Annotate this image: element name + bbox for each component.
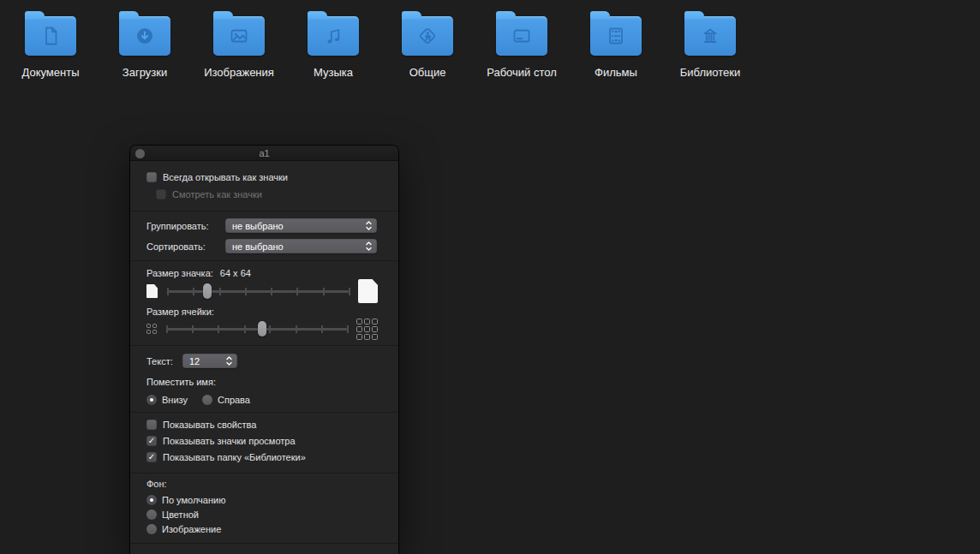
close-button[interactable] bbox=[135, 149, 145, 158]
folder-downloads[interactable]: Загрузки bbox=[98, 9, 192, 79]
text-size-value: 12 bbox=[189, 356, 200, 366]
folder-icon bbox=[25, 16, 76, 56]
browse-as-icons-checkbox bbox=[156, 189, 166, 200]
library-bank-icon bbox=[698, 24, 722, 48]
group-by-row: Группировать: не выбрано bbox=[146, 218, 383, 233]
sort-by-label: Сортировать: bbox=[146, 241, 225, 252]
icon-size-slider[interactable] bbox=[167, 283, 349, 300]
folder-shared[interactable]: Общие bbox=[380, 9, 475, 79]
music-note-icon bbox=[321, 24, 345, 48]
background-default-radio[interactable] bbox=[146, 495, 157, 505]
folder-desktop[interactable]: Рабочий стол bbox=[475, 9, 569, 79]
sort-by-value: не выбрано bbox=[232, 241, 284, 252]
folder-icon bbox=[402, 16, 453, 56]
background-color-row: Цветной bbox=[146, 509, 383, 520]
group-by-popup[interactable]: не выбрано bbox=[225, 218, 377, 233]
label-position-caption: Поместить имя: bbox=[146, 377, 383, 387]
label-position-bottom-label: Внизу bbox=[162, 395, 188, 405]
icon-size-value: 64 x 64 bbox=[220, 268, 251, 278]
bottom-section bbox=[130, 543, 398, 554]
folder-label: Фильмы bbox=[595, 66, 637, 79]
background-color-label: Цветной bbox=[162, 509, 199, 520]
always-open-as-icons-label: Всегда открывать как значки bbox=[163, 172, 288, 182]
label-position-right-label: Справа bbox=[218, 395, 250, 405]
grid-spacing-label: Размер ячейки: bbox=[146, 307, 214, 317]
show-library-folder-checkbox[interactable] bbox=[146, 452, 157, 462]
background-image-label: Изображение bbox=[162, 524, 221, 534]
document-icon bbox=[39, 24, 63, 48]
show-library-folder-label: Показывать папку «Библиотеки» bbox=[163, 452, 306, 462]
popup-stepper-icon bbox=[365, 220, 373, 231]
browse-as-icons-label: Смотреть как значки bbox=[172, 189, 262, 200]
show-icon-preview-row: Показывать значки просмотра bbox=[146, 436, 383, 446]
folder-icon bbox=[496, 16, 547, 56]
folder-libraries[interactable]: Библиотеки bbox=[663, 9, 757, 79]
group-by-label: Группировать: bbox=[146, 221, 225, 231]
show-item-info-row: Показывать свойства bbox=[146, 420, 383, 430]
popup-stepper-icon bbox=[225, 355, 233, 366]
film-strip-icon bbox=[604, 24, 628, 48]
folder-icon bbox=[119, 16, 170, 56]
panel-body: Всегда открывать как значки Смотреть как… bbox=[130, 162, 398, 554]
label-position-label: Поместить имя: bbox=[146, 377, 216, 387]
show-item-info-checkbox[interactable] bbox=[146, 420, 157, 430]
text-size-popup[interactable]: 12 bbox=[182, 354, 237, 368]
show-icon-preview-checkbox[interactable] bbox=[146, 436, 157, 446]
sort-by-row: Сортировать: не выбрано bbox=[146, 239, 383, 253]
text-size-row: Текст: 12 bbox=[146, 354, 383, 368]
grid-spacing-caption: Размер ячейки: bbox=[146, 307, 378, 317]
background-image-row: Изображение bbox=[146, 524, 383, 534]
popup-stepper-icon bbox=[365, 241, 373, 252]
grid-spacing-slider[interactable] bbox=[166, 320, 347, 337]
grid-spacing-slider-row bbox=[146, 320, 378, 337]
folder-icon bbox=[684, 16, 736, 56]
label-position-bottom-radio[interactable] bbox=[146, 395, 157, 405]
background-default-label: По умолчанию bbox=[162, 495, 225, 505]
always-open-as-icons-checkbox[interactable] bbox=[146, 172, 157, 182]
folder-music[interactable]: Музыка bbox=[286, 9, 380, 79]
grid-spacing-slider-thumb[interactable] bbox=[258, 321, 266, 337]
background-default-row: По умолчанию bbox=[146, 495, 383, 505]
folder-pictures[interactable]: Изображения bbox=[192, 9, 286, 79]
small-document-icon bbox=[146, 284, 158, 298]
small-grid-icon bbox=[146, 324, 157, 334]
large-grid-icon bbox=[356, 319, 378, 340]
background-caption: Фон: bbox=[146, 479, 383, 489]
folder-label: Библиотеки bbox=[680, 66, 740, 79]
shared-walker-icon bbox=[415, 24, 439, 48]
sort-by-popup[interactable]: не выбрано bbox=[225, 239, 377, 253]
folder-label: Загрузки bbox=[122, 66, 167, 79]
folder-icon bbox=[308, 16, 359, 56]
show-item-info-label: Показывать свойства bbox=[163, 420, 256, 430]
titlebar[interactable]: a1 bbox=[130, 146, 398, 161]
folder-label: Изображения bbox=[204, 66, 274, 79]
folder-label: Документы bbox=[21, 66, 79, 79]
background-color-radio[interactable] bbox=[146, 509, 157, 520]
label-position-options: Внизу Справа bbox=[146, 395, 383, 405]
always-open-as-icons-row: Всегда открывать как значки bbox=[146, 172, 383, 182]
browse-as-icons-row: Смотреть как значки bbox=[156, 189, 383, 200]
show-library-folder-row: Показывать папку «Библиотеки» bbox=[146, 452, 383, 462]
large-document-icon bbox=[358, 279, 378, 303]
background-image-radio[interactable] bbox=[146, 524, 157, 534]
desktop-window-icon bbox=[510, 24, 534, 48]
folder-icon bbox=[213, 16, 265, 56]
window-title: a1 bbox=[259, 148, 269, 158]
text-size-label: Текст: bbox=[146, 356, 182, 366]
image-icon bbox=[227, 24, 251, 48]
background-label: Фон: bbox=[146, 479, 167, 489]
folder-label: Общие bbox=[409, 66, 446, 79]
download-icon bbox=[133, 24, 157, 48]
icon-size-label: Размер значка: bbox=[146, 268, 213, 278]
show-icon-preview-label: Показывать значки просмотра bbox=[163, 436, 296, 446]
folder-label: Рабочий стол bbox=[487, 66, 557, 79]
folder-documents[interactable]: Документы bbox=[3, 9, 98, 79]
icon-size-slider-thumb[interactable] bbox=[203, 283, 212, 299]
icon-size-slider-row bbox=[146, 283, 378, 300]
group-by-value: не выбрано bbox=[232, 221, 284, 231]
desktop-folder-row: Документы Загрузки Изображения bbox=[3, 9, 757, 79]
icon-size-caption: Размер значка: 64 x 64 bbox=[146, 268, 378, 278]
folder-movies[interactable]: Фильмы bbox=[569, 9, 663, 79]
label-position-right-radio[interactable] bbox=[202, 395, 212, 405]
folder-icon bbox=[590, 16, 642, 56]
